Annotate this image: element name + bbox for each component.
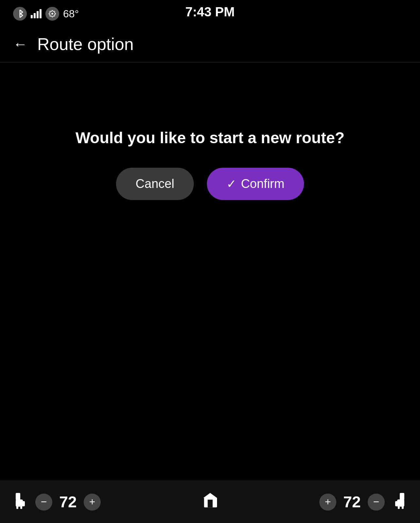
signal-icon bbox=[31, 9, 42, 18]
left-seat-controls: − 72 + bbox=[13, 491, 101, 513]
svg-rect-0 bbox=[16, 499, 23, 507]
page-title: Route option bbox=[37, 34, 134, 54]
svg-rect-9 bbox=[398, 506, 400, 509]
status-left-icons: 68° bbox=[13, 7, 79, 21]
right-seat-controls: + 72 − bbox=[319, 491, 407, 513]
dialog-buttons: Cancel ✓ Confirm bbox=[116, 168, 304, 200]
svg-rect-3 bbox=[16, 506, 18, 509]
bottom-bar: − 72 + + 72 − bbox=[0, 481, 420, 523]
dialog-question: Would you like to start a new route? bbox=[76, 128, 344, 148]
svg-rect-8 bbox=[402, 506, 404, 509]
svg-rect-6 bbox=[400, 493, 404, 500]
checkmark-icon: ✓ bbox=[227, 177, 236, 191]
bluetooth-icon bbox=[13, 7, 27, 21]
home-button-container bbox=[201, 491, 219, 513]
home-button[interactable] bbox=[201, 491, 219, 513]
confirm-label: Confirm bbox=[241, 177, 284, 191]
left-increase-button[interactable]: + bbox=[84, 494, 101, 511]
left-seat-icon bbox=[13, 491, 29, 513]
settings-icon bbox=[45, 7, 59, 21]
left-seat-count: 72 bbox=[58, 493, 78, 511]
svg-rect-7 bbox=[395, 501, 398, 506]
svg-rect-1 bbox=[16, 493, 20, 500]
temperature-display: 68° bbox=[63, 8, 79, 20]
left-decrease-button[interactable]: − bbox=[35, 494, 52, 511]
right-seat-icon bbox=[391, 491, 407, 513]
svg-rect-2 bbox=[22, 501, 25, 506]
svg-rect-4 bbox=[20, 506, 22, 509]
back-button[interactable]: ← bbox=[13, 36, 27, 52]
right-seat-count: 72 bbox=[342, 493, 362, 511]
right-decrease-button[interactable]: − bbox=[368, 494, 385, 511]
right-increase-button[interactable]: + bbox=[319, 494, 336, 511]
confirm-button[interactable]: ✓ Confirm bbox=[207, 168, 304, 200]
main-content: Would you like to start a new route? Can… bbox=[0, 62, 420, 213]
svg-rect-5 bbox=[397, 499, 404, 507]
status-bar: 68° 7:43 PM bbox=[0, 0, 420, 26]
time-display: 7:43 PM bbox=[185, 5, 235, 19]
cancel-button[interactable]: Cancel bbox=[116, 168, 194, 200]
page-header: ← Route option bbox=[0, 26, 420, 62]
